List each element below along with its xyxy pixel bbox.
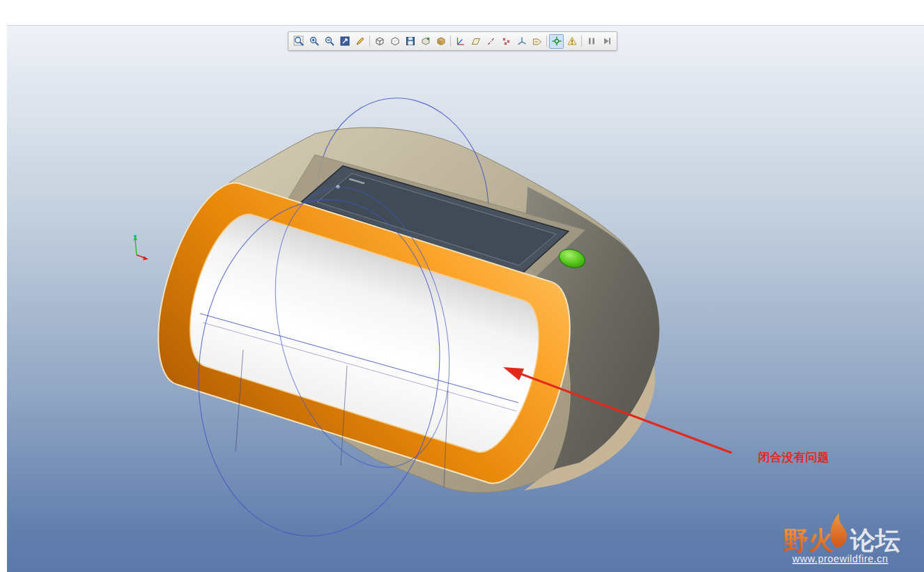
refit-icon[interactable]: [337, 34, 352, 49]
datum-point-toggle-icon[interactable]: [499, 34, 514, 49]
proe-window: { "toolbar": { "items": [ {"name": "zoom…: [0, 0, 924, 572]
watermark-brand-left: 野火: [783, 526, 833, 555]
zoom-window-icon[interactable]: [291, 34, 306, 49]
watermark-url[interactable]: www.proewildfire.cn: [792, 553, 888, 564]
flame-icon: [831, 513, 847, 548]
annotation-text: 闭合没有问题: [758, 451, 829, 464]
hidden-line-display-icon[interactable]: [387, 34, 402, 49]
triad-y-axis: [135, 239, 137, 255]
zoom-out-icon[interactable]: [322, 34, 337, 49]
watermark: 野火 论坛 www.proewildfire.cn: [783, 513, 900, 564]
datum-plane-toggle-icon[interactable]: [468, 34, 483, 49]
zoom-in-icon[interactable]: [307, 34, 321, 49]
resume-icon[interactable]: [599, 34, 614, 49]
datum-axes-display-icon[interactable]: [453, 34, 468, 49]
graphics-area[interactable]: 闭合没有问题 野火 论坛 www.proewildfire.cn: [0, 0, 924, 572]
spin-center-toggle-icon[interactable]: [549, 34, 564, 49]
watermark-brand-right: 论坛: [849, 526, 900, 555]
save-view-icon[interactable]: [403, 34, 417, 49]
toolbar-separator: [581, 36, 582, 47]
view-toolbar: [288, 31, 617, 51]
wireframe-display-icon[interactable]: [372, 34, 387, 49]
toolbar-separator: [450, 36, 451, 47]
spin-axes-triad: [134, 235, 149, 261]
toolbar-separator: [546, 36, 547, 47]
toolbar-separator: [369, 36, 370, 47]
repaint-icon[interactable]: [353, 34, 367, 49]
shaded-display-icon[interactable]: [433, 34, 448, 49]
view-manager-icon[interactable]: [418, 34, 433, 49]
orientation-warning-icon[interactable]: [564, 34, 579, 49]
datum-axis-toggle-icon[interactable]: [484, 34, 498, 49]
screen-camera-dot: [336, 185, 339, 188]
csys-toggle-icon[interactable]: [514, 34, 529, 49]
triad-x-arrowhead: [144, 256, 149, 261]
cad-model[interactable]: [138, 84, 659, 548]
pause-icon[interactable]: [584, 34, 599, 49]
annotation-toggle-icon[interactable]: [530, 34, 544, 49]
